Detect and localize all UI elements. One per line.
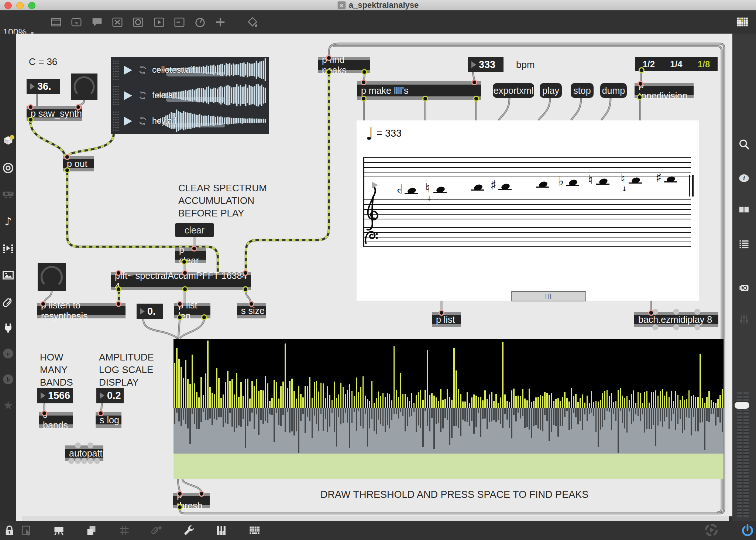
- p-thresh[interactable]: p thresh: [173, 493, 210, 508]
- dump-button[interactable]: dump: [600, 83, 627, 98]
- dial-top[interactable]: [71, 74, 97, 100]
- rings-icon[interactable]: [1, 161, 15, 175]
- outlet[interactable]: [28, 117, 34, 123]
- outlet[interactable]: [326, 69, 332, 75]
- log-number[interactable]: 0.2: [96, 388, 124, 403]
- s-size[interactable]: s size: [237, 303, 266, 318]
- outlet[interactable]: [361, 96, 367, 102]
- comment-bubble-icon[interactable]: [90, 16, 104, 29]
- object-box-icon[interactable]: [49, 16, 63, 29]
- outlet[interactable]: [64, 167, 70, 173]
- bands-number[interactable]: 1566: [37, 388, 73, 403]
- number-box-icon[interactable]: [173, 16, 186, 29]
- inlet[interactable]: [75, 104, 81, 110]
- tab-1-2[interactable]: 1/2: [643, 59, 655, 69]
- inlet[interactable]: [439, 310, 444, 316]
- dial-icon[interactable]: [193, 16, 207, 29]
- layers-icon[interactable]: [85, 524, 98, 537]
- plug-icon[interactable]: [1, 321, 15, 335]
- projector-icon[interactable]: [1, 187, 15, 201]
- s-bands[interactable]: s bands: [39, 412, 73, 428]
- play-button[interactable]: play: [540, 83, 562, 98]
- inlet[interactable]: [199, 491, 205, 497]
- pfft-spectral[interactable]: pfft~ spectralAccumPFFT 16384 4: [111, 272, 251, 290]
- loop-arrows-icon[interactable]: [137, 90, 148, 101]
- p-listen[interactable]: p listen to resynthesis: [37, 303, 126, 318]
- package-icon[interactable]: [1, 134, 15, 147]
- p-out[interactable]: p out: [63, 156, 94, 171]
- inlet[interactable]: [40, 301, 46, 307]
- loop-arrows-icon[interactable]: [137, 65, 148, 75]
- image-icon[interactable]: [1, 269, 15, 282]
- exportxml-button[interactable]: exportxml: [493, 83, 534, 98]
- score-scrollbar[interactable]: |||: [511, 291, 586, 301]
- inlet[interactable]: [64, 154, 70, 160]
- spectrum-display[interactable]: [173, 339, 724, 479]
- search-icon[interactable]: [738, 138, 750, 151]
- play-triangle-icon[interactable]: [122, 115, 134, 127]
- b-badge-icon[interactable]: b: [1, 373, 15, 386]
- playbar-icon[interactable]: [152, 16, 166, 29]
- drag-handle[interactable]: [113, 111, 119, 131]
- presentation-icon[interactable]: [52, 524, 65, 537]
- clear-message[interactable]: clear: [175, 223, 214, 237]
- inlet[interactable]: [648, 310, 654, 316]
- p-list[interactable]: p list: [432, 312, 461, 327]
- p-tonedivision[interactable]: p tonedivision: [635, 83, 694, 98]
- mixer-icon[interactable]: [738, 313, 750, 326]
- paint-bucket-icon[interactable]: [246, 16, 259, 29]
- grid-hash-icon[interactable]: [118, 524, 131, 537]
- select-rect-icon[interactable]: [21, 524, 34, 537]
- piano-icon[interactable]: [215, 524, 228, 537]
- master-volume-knob[interactable]: [735, 402, 749, 409]
- root-number[interactable]: 36.: [27, 79, 60, 94]
- level-meter-left[interactable]: [737, 392, 742, 518]
- audio-player-row[interactable]: cellotest.aif: [111, 57, 269, 83]
- inlet[interactable]: [361, 79, 367, 85]
- lock-icon[interactable]: [3, 524, 16, 537]
- float-number[interactable]: 0.: [137, 304, 163, 319]
- inlet[interactable]: [28, 104, 34, 110]
- autopattr[interactable]: autopattr: [65, 445, 103, 461]
- dial-resynth[interactable]: [38, 263, 66, 291]
- star-icon[interactable]: ★: [1, 399, 15, 412]
- inlet[interactable]: [248, 301, 254, 307]
- drag-handle[interactable]: [113, 60, 119, 81]
- inspector-icon[interactable]: [738, 203, 750, 216]
- bpm-number[interactable]: 333: [468, 57, 504, 72]
- outlet[interactable]: [473, 96, 479, 102]
- p-list-len[interactable]: p list len: [174, 303, 210, 318]
- tab-1-8[interactable]: 1/8: [698, 59, 710, 69]
- wrench-icon[interactable]: [183, 524, 196, 537]
- keyboard-icon[interactable]: [248, 524, 261, 537]
- power-icon[interactable]: [740, 523, 755, 539]
- paperclip-icon[interactable]: [1, 295, 15, 309]
- inlet[interactable]: [191, 246, 197, 252]
- audio-player-row[interactable]: fele.aif: [111, 83, 269, 108]
- loop-arrows-icon[interactable]: [137, 116, 148, 126]
- outlet[interactable]: [177, 504, 183, 510]
- inlet[interactable]: [177, 301, 183, 307]
- level-meter-right[interactable]: [743, 392, 749, 518]
- outlet[interactable]: [243, 286, 248, 292]
- inlet[interactable]: [177, 491, 183, 497]
- toggle-icon[interactable]: [111, 16, 124, 29]
- grid-icon[interactable]: [735, 16, 749, 29]
- tonedivision-tabs[interactable]: 1/21/41/8: [635, 57, 718, 71]
- inlet[interactable]: [116, 301, 121, 307]
- message-box-icon[interactable]: m: [70, 16, 83, 29]
- p-clear[interactable]: p clear: [175, 247, 206, 263]
- p-saw-synth[interactable]: p saw_synth: [27, 106, 82, 121]
- paperclip-add-icon[interactable]: [150, 524, 163, 537]
- inlet[interactable]: [98, 410, 104, 416]
- p-find-peaks[interactable]: p find peaks: [318, 57, 370, 73]
- inlet[interactable]: [638, 81, 643, 87]
- plus-icon[interactable]: [214, 16, 227, 29]
- list-icon[interactable]: [738, 237, 750, 250]
- playhead-cursor[interactable]: [372, 182, 378, 188]
- button-icon[interactable]: [131, 16, 145, 29]
- bach-ezmidiplay[interactable]: bach.ezmidiplay 8: [634, 312, 718, 327]
- inlet[interactable]: [116, 270, 121, 276]
- loop-play-icon[interactable]: [704, 522, 719, 538]
- info-icon[interactable]: i: [738, 172, 750, 185]
